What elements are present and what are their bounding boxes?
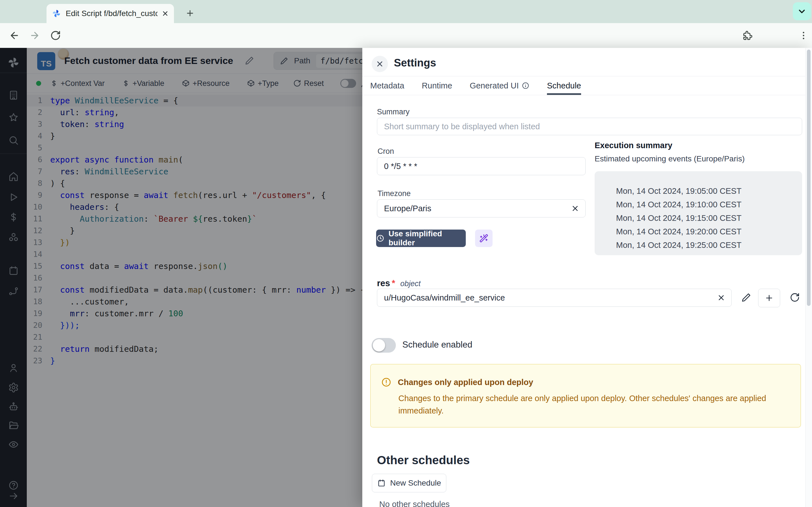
settings-tabs: MetadataRuntimeGenerated UISchedule bbox=[362, 76, 812, 95]
schedule-enabled-label: Schedule enabled bbox=[402, 340, 472, 350]
timezone-input[interactable] bbox=[377, 200, 586, 217]
alert-circle-icon bbox=[381, 377, 392, 388]
upcoming-event: Mon, 14 Oct 2024, 19:25:00 CEST bbox=[616, 238, 802, 252]
arg-label: res* object bbox=[377, 278, 421, 288]
extensions-puzzle-icon[interactable] bbox=[742, 30, 752, 41]
back-icon[interactable] bbox=[9, 30, 20, 41]
clock-icon bbox=[376, 234, 385, 242]
other-schedules-title: Other schedules bbox=[377, 453, 470, 467]
forward-icon[interactable] bbox=[29, 30, 40, 41]
close-icon[interactable] bbox=[371, 56, 388, 72]
execution-summary-subtitle: Estimated upcoming events (Europe/Paris) bbox=[595, 154, 745, 163]
refresh-resource-icon[interactable] bbox=[790, 292, 800, 302]
add-resource-plus-button[interactable] bbox=[758, 289, 780, 307]
resource-input[interactable] bbox=[377, 289, 732, 307]
new-tab-plus-icon[interactable] bbox=[183, 6, 197, 20]
settings-title: Settings bbox=[394, 57, 436, 69]
upcoming-event: Mon, 14 Oct 2024, 19:10:00 CEST bbox=[616, 198, 802, 211]
new-schedule-button[interactable]: New Schedule bbox=[372, 474, 446, 492]
windmill-app: TS Fetch customer data from EE service P… bbox=[0, 48, 812, 507]
windmill-favicon bbox=[52, 9, 61, 18]
use-simplified-builder-button[interactable]: Use simplified builder bbox=[376, 230, 466, 247]
chevron-down-icon[interactable] bbox=[793, 2, 811, 20]
upcoming-events-box: Mon, 14 Oct 2024, 19:05:00 CESTMon, 14 O… bbox=[595, 171, 802, 255]
drawer-overlay-scrim[interactable] bbox=[0, 48, 362, 507]
tab-schedule[interactable]: Schedule bbox=[547, 76, 581, 95]
drawer-scrollbar[interactable] bbox=[805, 48, 812, 507]
no-other-schedules-text: No other schedules bbox=[379, 500, 450, 507]
cron-input[interactable] bbox=[377, 157, 586, 175]
reload-icon[interactable] bbox=[50, 30, 61, 41]
ai-wand-button[interactable] bbox=[475, 230, 493, 247]
timezone-label: Timezone bbox=[377, 189, 411, 198]
summary-label: Summary bbox=[377, 108, 410, 116]
browser-tabbar: Edit Script f/bd/fetch_custom bbox=[0, 0, 812, 23]
upcoming-event: Mon, 14 Oct 2024, 19:20:00 CEST bbox=[616, 225, 802, 238]
info-icon bbox=[522, 82, 529, 90]
menu-kebab-icon[interactable] bbox=[799, 31, 809, 41]
upcoming-event: Mon, 14 Oct 2024, 19:15:00 CEST bbox=[616, 211, 802, 225]
summary-input[interactable] bbox=[377, 118, 802, 135]
upcoming-event: Mon, 14 Oct 2024, 19:05:00 CEST bbox=[616, 184, 802, 198]
tab-metadata[interactable]: Metadata bbox=[370, 76, 404, 95]
timezone-clear-icon[interactable] bbox=[571, 204, 579, 213]
warning-body: Changes to the primary schedule are only… bbox=[398, 392, 782, 417]
calendar-icon bbox=[377, 479, 386, 487]
app-window: Edit Script f/bd/fetch_custom app.windmi… bbox=[0, 0, 812, 507]
resource-clear-icon[interactable] bbox=[717, 293, 725, 302]
tab-runtime[interactable]: Runtime bbox=[422, 76, 452, 95]
schedule-enabled-toggle[interactable] bbox=[371, 338, 396, 353]
tab-title: Edit Script f/bd/fetch_custom bbox=[66, 9, 158, 18]
edit-resource-pencil-icon[interactable] bbox=[741, 292, 751, 302]
browser-navbar: app.windmill.dev/scripts/edit/f/bd/fetch… bbox=[0, 23, 812, 48]
warning-title: Changes only applied upon deploy bbox=[398, 378, 533, 387]
wand-sparkles-icon bbox=[479, 234, 488, 243]
settings-drawer: Settings MetadataRuntimeGenerated UISche… bbox=[362, 48, 812, 507]
cron-label: Cron bbox=[377, 147, 394, 156]
browser-tab[interactable]: Edit Script f/bd/fetch_custom bbox=[47, 4, 174, 23]
execution-summary-title: Execution summary bbox=[595, 141, 672, 150]
tab-generated-ui[interactable]: Generated UI bbox=[470, 76, 529, 95]
tab-close-icon[interactable] bbox=[161, 10, 169, 17]
deploy-warning-box: Changes only applied upon deploy Changes… bbox=[370, 364, 801, 428]
